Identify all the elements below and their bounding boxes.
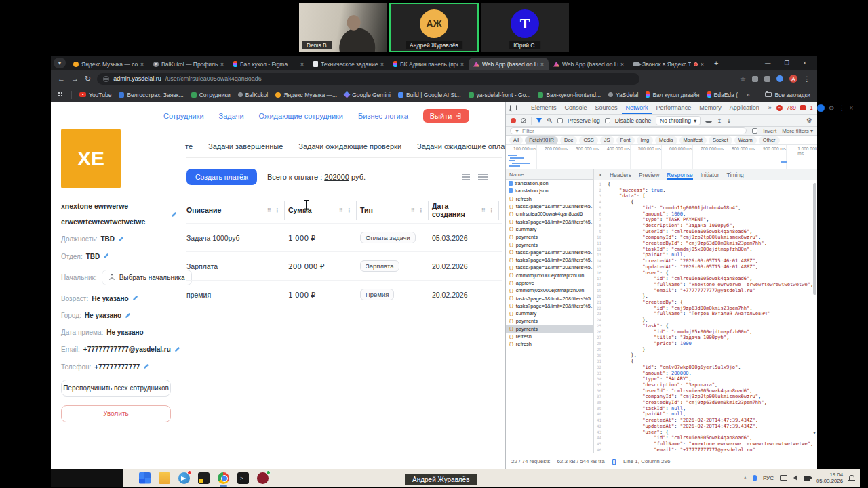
nav-item[interactable]: Ожидающие сотрудники (259, 112, 343, 120)
network-request-row[interactable]: {}tasks?page=1&limit=20&filters%5… (506, 249, 593, 256)
devtools-settings-icon[interactable]: ⚙ (829, 104, 835, 112)
tab-close-icon[interactable]: × (701, 61, 704, 68)
bookmark-item[interactable]: YaSdelal (608, 92, 638, 98)
participant-tile[interactable]: Denis B. (299, 3, 387, 52)
bookmark-item[interactable]: EdaEda (Copy) – Fig... (707, 92, 739, 98)
devtools-tab-application[interactable]: Application (726, 102, 764, 114)
extension-icon[interactable] (776, 75, 783, 82)
devtools-tab-memory[interactable]: Memory (695, 102, 726, 114)
close-details-icon[interactable]: × (599, 171, 602, 178)
logout-button[interactable]: Выйти (423, 109, 470, 123)
network-request-row[interactable]: {}payments (506, 317, 593, 325)
network-request-row[interactable]: {}cmlrsuiea005owak4qan8oad6 (506, 210, 593, 218)
nav-item[interactable]: Сотрудники (163, 112, 204, 120)
extension-icon[interactable] (764, 76, 770, 82)
bookmark-item[interactable]: Яндекс Музыка —... (275, 92, 337, 98)
edit-field-icon[interactable] (132, 294, 139, 302)
address-bar[interactable]: admin.yasdelal.ru/user/cmlrsuiea005owak4… (97, 73, 639, 85)
network-request-row[interactable]: {}summary (506, 226, 593, 233)
search-icon[interactable]: 🔍︎ (547, 117, 553, 124)
disable-cache-checkbox[interactable] (605, 118, 610, 123)
network-request-row[interactable]: {}approve (506, 279, 593, 287)
language-indicator[interactable]: РУС (763, 475, 774, 481)
response-scrollbar[interactable] (813, 183, 816, 295)
taskbar-widgets-area[interactable] (51, 469, 123, 487)
issue-count[interactable]: 1 (810, 104, 813, 111)
tab-close-icon[interactable]: × (300, 61, 304, 68)
subtab-item[interactable]: Задачи ожидающие оплаты (417, 142, 505, 150)
filter-chip[interactable]: Socket (709, 136, 732, 144)
participant-tile[interactable]: АЖАндрей Журавлёв (390, 3, 478, 52)
drag-handle-icon[interactable]: ⠿ (339, 207, 343, 214)
select-manager-button[interactable]: Выбрать начальника (102, 270, 192, 285)
filter-chip[interactable]: Wasm (734, 136, 757, 144)
network-request-row[interactable]: {}tasks?page=1&limit=20&filters%5… (506, 203, 593, 210)
preserve-log-checkbox[interactable] (557, 118, 563, 123)
bookmark-item[interactable]: Бал кукол дизайн (646, 92, 699, 98)
browser-tab[interactable]: Web App (based on LiteF× (549, 58, 629, 70)
network-request-row[interactable]: translation.json (506, 180, 593, 187)
tab-close-icon[interactable]: × (220, 61, 224, 68)
clear-network-icon[interactable] (521, 118, 526, 123)
edit-field-icon[interactable] (103, 252, 110, 260)
terminal-icon[interactable]: >_ (237, 472, 249, 484)
file-explorer-icon[interactable] (159, 472, 170, 484)
network-request-row[interactable]: {}payments (506, 241, 593, 248)
drag-handle-icon[interactable]: ⠿ (267, 207, 271, 214)
display-icon[interactable] (780, 475, 787, 481)
browser-tab[interactable]: Техническое задание: А× (309, 58, 389, 70)
tab-close-icon[interactable]: × (140, 61, 144, 68)
bookmark-item[interactable]: Google Gemini (344, 92, 391, 98)
extension-icon[interactable] (752, 76, 758, 82)
export-har-icon[interactable]: ↧ (726, 117, 731, 124)
microphone-icon[interactable] (753, 475, 757, 481)
apps-grid-icon[interactable] (58, 92, 64, 98)
table-row[interactable]: премия1 000 ₽Премия20.02.2026 (186, 280, 502, 308)
bookmark-item[interactable]: BalKukol (238, 92, 269, 98)
browser-tab[interactable]: БК Админ панель (прос× (389, 58, 469, 70)
browser-profile-avatar[interactable]: А (789, 75, 797, 83)
nav-item[interactable]: Задачи (219, 112, 244, 120)
column-menu-icon[interactable]: ⋮ (347, 207, 352, 214)
tab-close-icon[interactable]: × (540, 61, 544, 68)
network-request-row[interactable]: {}tasks?page=1&limit=20&filters%5… (506, 302, 593, 310)
column-menu-icon[interactable]: ⋮ (418, 207, 424, 214)
devtools-sync-icon[interactable] (817, 104, 825, 112)
details-tab-initiator[interactable]: Initiator (701, 171, 719, 178)
devtools-tab-sources[interactable]: Sources (591, 102, 622, 114)
all-bookmarks-button[interactable]: Все закладки (765, 92, 810, 98)
minimize-icon[interactable]: — (765, 60, 771, 66)
record-network-icon[interactable] (511, 118, 516, 123)
browser-menu-icon[interactable]: ⋮ (804, 75, 810, 83)
network-conditions-icon[interactable] (705, 118, 712, 123)
reassign-employees-button[interactable]: Переподчинить всех сотрудников (61, 380, 171, 396)
network-request-row[interactable]: {}tasks?page=1&limit=20&filters%5… (506, 256, 593, 264)
devtools-close-icon[interactable]: × (850, 104, 854, 112)
telegram-icon[interactable] (178, 472, 190, 484)
network-request-row[interactable]: translation.json (506, 187, 593, 195)
edit-name-icon[interactable] (171, 211, 178, 219)
column-menu-icon[interactable]: ⋮ (275, 207, 280, 214)
volume-icon[interactable] (793, 475, 797, 481)
back-icon[interactable]: ← (58, 75, 65, 83)
invert-checkbox[interactable] (752, 128, 757, 134)
network-request-row[interactable]: {}cmmdmj05x000ejdtmapfzh00n (506, 272, 593, 279)
column-header[interactable]: Тип⠿⋮ (360, 197, 432, 223)
network-settings-icon[interactable]: ⚙ (806, 117, 812, 124)
network-request-row[interactable]: {}tasks?page=1&limit=20&filters%5… (506, 294, 593, 302)
import-har-icon[interactable]: ↥ (717, 117, 722, 124)
fire-employee-button[interactable]: Уволить (61, 405, 171, 422)
filter-chip[interactable]: Doc (560, 136, 577, 144)
create-payment-button[interactable]: Создать платёж (186, 169, 257, 185)
start-button[interactable] (139, 472, 151, 484)
bookmark-item[interactable]: ya-sdelal-front - Go... (469, 92, 531, 98)
browser-tab[interactable]: Бал кукол - Figma× (229, 58, 309, 70)
network-request-row[interactable]: {}tasks?page=1&limit=20&filters%5… (506, 264, 593, 271)
browser-tab[interactable]: Web App (based on LiteF× (469, 58, 549, 70)
site-settings-icon[interactable] (103, 76, 109, 82)
security-app-icon[interactable] (257, 472, 269, 484)
filter-chip[interactable]: Img (637, 136, 654, 144)
details-tab-headers[interactable]: Headers (610, 171, 631, 178)
taskbar-clock[interactable]: 19:0405.03.2026 (816, 472, 843, 485)
device-toolbar-icon[interactable] (516, 105, 517, 110)
